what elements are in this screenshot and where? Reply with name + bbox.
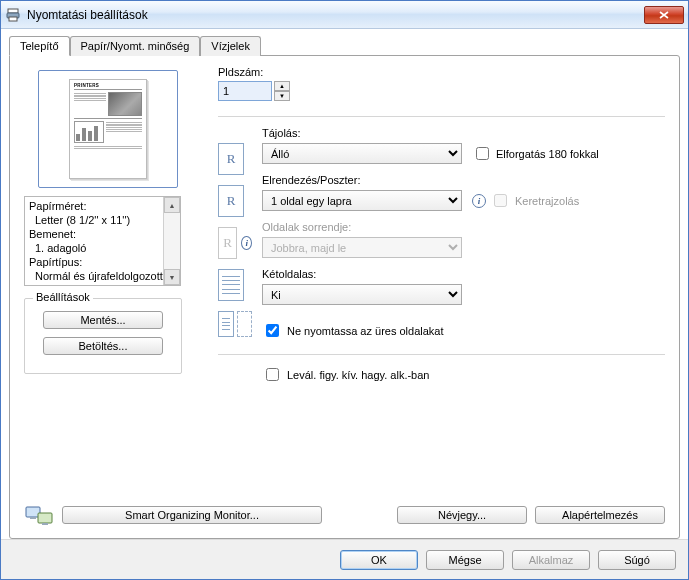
rotate-180-checkbox[interactable] — [476, 147, 489, 160]
preview-image-icon — [108, 92, 142, 116]
save-settings-button[interactable]: Mentés... — [43, 311, 163, 329]
right-column: Pldszám: ▲ ▼ R R R i — [192, 66, 665, 528]
orientation-select[interactable]: Álló — [262, 143, 462, 164]
preview-masthead: PRINTERS — [74, 83, 142, 90]
page-order-select: Jobbra, majd le — [262, 237, 462, 258]
orientation-label: Tájolás: — [262, 127, 665, 139]
monitor-icon — [24, 502, 54, 528]
svg-rect-2 — [9, 17, 17, 21]
preview-page: PRINTERS — [69, 79, 147, 179]
scroll-up-icon[interactable]: ▲ — [164, 197, 180, 213]
page-order-label: Oldalak sorrendje: — [262, 221, 665, 233]
svg-rect-4 — [30, 517, 36, 519]
paper-size-label: Papírméret: — [29, 199, 161, 213]
watermark-label: Vízjel: — [29, 283, 161, 285]
printer-icon — [5, 7, 21, 23]
thumb-column: R R R i — [218, 127, 252, 350]
window-title: Nyomtatási beállítások — [27, 8, 644, 22]
tab-setup[interactable]: Telepítő — [9, 36, 70, 56]
tab-watermarks[interactable]: Vízjelek — [200, 36, 261, 56]
settings-summary: Papírméret: Letter (8 1/2'' x 11'') Beme… — [24, 196, 181, 286]
cancel-button[interactable]: Mégse — [426, 550, 504, 570]
apply-button: Alkalmaz — [512, 550, 590, 570]
skip-blank-thumb-a — [218, 311, 234, 337]
info-icon: i — [472, 194, 486, 208]
tab-strip: Telepítő Papír/Nyomt. minőség Vízjelek — [9, 36, 680, 56]
duplex-label: Kétoldalas: — [262, 268, 665, 280]
copies-label: Pldszám: — [218, 66, 665, 78]
defaults-button[interactable]: Alapértelmezés — [535, 506, 665, 524]
bottom-button-row: Smart Organizing Monitor... Névjegy... A… — [24, 498, 665, 528]
orientation-thumb: R — [218, 143, 244, 175]
dialog-footer: OK Mégse Alkalmaz Súgó — [1, 539, 688, 579]
tab-paper-quality[interactable]: Papír/Nyomt. minőség — [70, 36, 201, 56]
settings-group: Beállítások Mentés... Betöltés... — [24, 298, 182, 374]
svg-rect-5 — [38, 513, 52, 523]
close-button[interactable] — [644, 6, 684, 24]
copies-spinner[interactable]: ▲ ▼ — [274, 81, 290, 101]
left-column: PRINTERS — [24, 66, 192, 528]
skip-blank-thumb-b — [237, 311, 252, 337]
content: Telepítő Papír/Nyomt. minőség Vízjelek P… — [1, 29, 688, 539]
preview-box: PRINTERS — [38, 70, 178, 188]
rotate-180-label: Elforgatás 180 fokkal — [496, 148, 599, 160]
letterhead-label: Levál. figy. kív. hagy. alk.-ban — [287, 369, 429, 381]
copies-spin-down[interactable]: ▼ — [274, 91, 290, 101]
scroll-down-icon[interactable]: ▼ — [164, 269, 180, 285]
layout-select[interactable]: 1 oldal egy lapra — [262, 190, 462, 211]
smart-organizing-monitor-button[interactable]: Smart Organizing Monitor... — [62, 506, 322, 524]
copies-spin-up[interactable]: ▲ — [274, 81, 290, 91]
tab-page-setup: PRINTERS — [9, 55, 680, 539]
skip-blank-label: Ne nyomtassa az üres oldalakat — [287, 325, 444, 337]
settings-legend: Beállítások — [33, 291, 93, 303]
about-button[interactable]: Névjegy... — [397, 506, 527, 524]
svg-rect-6 — [42, 523, 48, 525]
duplex-thumb — [218, 269, 244, 301]
settings-summary-text: Papírméret: Letter (8 1/2'' x 11'') Beme… — [25, 197, 163, 285]
layout-thumb: R — [218, 185, 244, 217]
input-tray-label: Bemenet: — [29, 227, 161, 241]
frame-label: Keretrajzolás — [515, 195, 579, 207]
paper-type-value: Normál és újrafeldolgozott — [29, 269, 161, 283]
order-thumb: R — [218, 227, 237, 259]
copies-input[interactable] — [218, 81, 272, 101]
summary-scrollbar[interactable]: ▲ ▼ — [163, 197, 180, 285]
svg-rect-0 — [8, 9, 18, 13]
paper-size-value: Letter (8 1/2'' x 11'') — [29, 213, 161, 227]
titlebar: Nyomtatási beállítások — [1, 1, 688, 29]
skip-blank-checkbox[interactable] — [266, 324, 279, 337]
duplex-select[interactable]: Ki — [262, 284, 462, 305]
preview-chart-icon — [74, 121, 104, 143]
info-icon: i — [241, 236, 252, 250]
dialog-window: Nyomtatási beállítások Telepítő Papír/Ny… — [0, 0, 689, 580]
input-tray-value: 1. adagoló — [29, 241, 161, 255]
paper-type-label: Papírtípus: — [29, 255, 161, 269]
load-settings-button[interactable]: Betöltés... — [43, 337, 163, 355]
help-button[interactable]: Súgó — [598, 550, 676, 570]
ok-button[interactable]: OK — [340, 550, 418, 570]
layout-label: Elrendezés/Poszter: — [262, 174, 665, 186]
letterhead-checkbox[interactable] — [266, 368, 279, 381]
frame-checkbox — [494, 194, 507, 207]
